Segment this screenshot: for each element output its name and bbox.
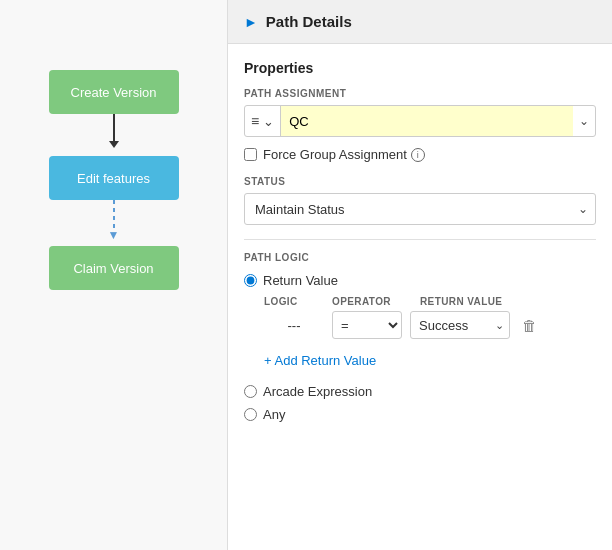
path-assignment-dropdown-icon: ⌄ (263, 114, 274, 129)
return-value-radio-row: Return Value (244, 273, 596, 288)
list-icon: ≡ (251, 113, 259, 129)
force-group-info-icon[interactable]: i (411, 148, 425, 162)
divider (244, 239, 596, 240)
operator-col-header: OPERATOR (332, 296, 412, 307)
path-assignment-input[interactable] (281, 106, 573, 136)
connector-solid-1 (113, 114, 115, 142)
force-group-assignment-row: Force Group Assignment i (244, 147, 596, 162)
path-assignment-label: PATH ASSIGNMENT (244, 88, 596, 99)
node-claim-version-label: Claim Version (73, 261, 153, 276)
logic-data-row: --- = != > < Success Failure None ⌄ 🗑 (264, 311, 596, 339)
delete-row-icon[interactable]: 🗑 (522, 317, 537, 334)
flow-container: Create Version Edit features Claim Versi… (49, 70, 179, 290)
arcade-expression-radio[interactable] (244, 385, 257, 398)
logic-operator-select[interactable]: = != > < (332, 311, 402, 339)
any-radio[interactable] (244, 408, 257, 421)
return-value-radio[interactable] (244, 274, 257, 287)
right-panel: ► Path Details Properties PATH ASSIGNMEN… (228, 0, 612, 550)
panel-collapse-icon[interactable]: ► (244, 14, 258, 30)
node-edit-features[interactable]: Edit features (49, 156, 179, 200)
path-assignment-list-btn[interactable]: ≡ ⌄ (245, 106, 281, 136)
logic-table: LOGIC OPERATOR RETURN VALUE --- = != > <… (264, 296, 596, 339)
panel-header: ► Path Details (228, 0, 612, 44)
panel-title: Path Details (266, 13, 352, 30)
add-return-value-label: + Add Return Value (264, 353, 376, 368)
panel-body: Properties PATH ASSIGNMENT ≡ ⌄ ⌄ Force G… (228, 44, 612, 446)
logic-return-select[interactable]: Success Failure None (410, 311, 510, 339)
path-assignment-row: ≡ ⌄ ⌄ (244, 105, 596, 137)
add-return-value-button[interactable]: + Add Return Value (264, 349, 376, 372)
any-radio-row: Any (244, 407, 596, 422)
force-group-assignment-checkbox[interactable] (244, 148, 257, 161)
force-group-assignment-label: Force Group Assignment i (263, 147, 425, 162)
logic-return-wrapper: Success Failure None ⌄ (410, 311, 510, 339)
path-assignment-chevron[interactable]: ⌄ (573, 114, 595, 128)
left-panel: Create Version Edit features Claim Versi… (0, 0, 228, 550)
arcade-expression-radio-label: Arcade Expression (263, 384, 372, 399)
any-radio-label: Any (263, 407, 285, 422)
logic-header-row: LOGIC OPERATOR RETURN VALUE (264, 296, 596, 307)
node-edit-features-label: Edit features (77, 171, 150, 186)
logic-dash: --- (264, 318, 324, 333)
node-create-version[interactable]: Create Version (49, 70, 179, 114)
return-value-radio-label: Return Value (263, 273, 338, 288)
status-select-wrapper: Maintain Status Active Inactive ⌄ (244, 193, 596, 225)
return-value-col-header: RETURN VALUE (420, 296, 530, 307)
status-label: STATUS (244, 176, 596, 187)
path-logic-label: PATH LOGIC (244, 252, 596, 263)
node-claim-version[interactable]: Claim Version (49, 246, 179, 290)
connector-dashed-1 (113, 200, 115, 228)
properties-section-title: Properties (244, 60, 596, 76)
arcade-expression-radio-row: Arcade Expression (244, 384, 596, 399)
status-select[interactable]: Maintain Status Active Inactive (244, 193, 596, 225)
node-create-version-label: Create Version (71, 85, 157, 100)
logic-col-header: LOGIC (264, 296, 324, 307)
